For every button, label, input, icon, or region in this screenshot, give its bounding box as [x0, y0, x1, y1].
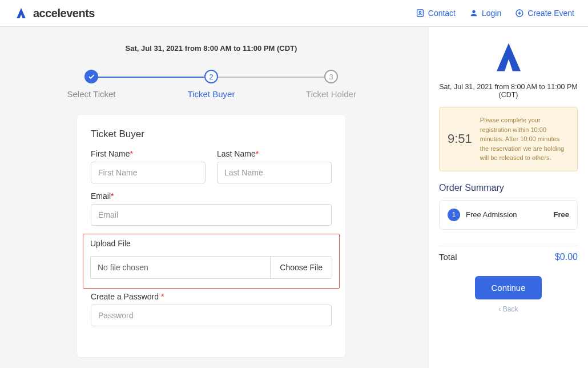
step-select-ticket[interactable]: Select Ticket: [57, 70, 126, 99]
check-icon: [84, 70, 98, 83]
ticket-buyer-form: Ticket Buyer First Name* Last Name* Emai…: [77, 115, 345, 357]
step-label: Ticket Buyer: [188, 89, 235, 99]
reservation-text: Please complete your registration within…: [480, 115, 569, 163]
top-bar: accelevents Contact Login Create Event: [0, 0, 588, 27]
person-icon: [469, 9, 478, 18]
create-event-label: Create Event: [527, 9, 574, 18]
logo[interactable]: accelevents: [14, 6, 95, 21]
step-label: Select Ticket: [67, 89, 115, 99]
email-label: Email*: [91, 191, 332, 201]
order-item: 1 Free Admission Free: [439, 200, 578, 230]
login-link[interactable]: Login: [469, 9, 501, 18]
file-input-row: No file chosen Choose File: [90, 256, 332, 279]
item-name: Free Admission: [466, 210, 548, 219]
total-value: $0.00: [555, 252, 578, 262]
first-name-input[interactable]: [91, 162, 206, 183]
upload-label: Upload File: [90, 239, 131, 248]
sidebar: Sat, Jul 31, 2021 from 8:00 AM to 11:00 …: [428, 27, 588, 368]
order-summary-title: Order Summary: [439, 183, 578, 193]
qty-badge: 1: [448, 209, 460, 221]
stepper: Select Ticket 2 Ticket Buyer 3 Ticket Ho…: [57, 70, 365, 99]
continue-button[interactable]: Continue: [475, 276, 541, 299]
login-label: Login: [482, 9, 501, 18]
left-column: Sat, Jul 31, 2021 from 8:00 AM to 11:00 …: [0, 27, 428, 368]
step-number: 3: [324, 70, 338, 83]
main-content: Sat, Jul 31, 2021 from 8:00 AM to 11:00 …: [0, 27, 588, 368]
plus-circle-icon: [515, 9, 524, 18]
email-input[interactable]: [91, 204, 332, 226]
logo-icon: [14, 6, 29, 21]
last-name-label: Last Name*: [217, 149, 332, 158]
back-link[interactable]: ‹ Back: [439, 305, 578, 313]
first-name-label: First Name*: [91, 149, 206, 158]
file-placeholder: No file chosen: [91, 257, 270, 278]
countdown-timer: 9:51: [448, 131, 472, 146]
create-event-link[interactable]: Create Event: [515, 9, 574, 18]
total-row: Total $0.00: [439, 246, 578, 262]
contact-label: Contact: [428, 9, 456, 18]
step-ticket-holder[interactable]: 3 Ticket Holder: [297, 70, 365, 99]
chevron-left-icon: ‹: [498, 305, 501, 313]
form-title: Ticket Buyer: [91, 129, 332, 140]
step-label: Ticket Holder: [306, 89, 356, 99]
svg-point-2: [472, 10, 475, 13]
password-input[interactable]: [91, 305, 332, 326]
svg-point-1: [419, 11, 421, 13]
choose-file-button[interactable]: Choose File: [270, 257, 332, 278]
last-name-input[interactable]: [217, 162, 332, 183]
step-number: 2: [204, 70, 218, 83]
sidebar-date: Sat, Jul 31, 2021 from 8:00 AM to 11:00 …: [439, 83, 578, 99]
step-ticket-buyer[interactable]: 2 Ticket Buyer: [177, 70, 245, 99]
event-date: Sat, Jul 31, 2021 from 8:00 AM to 11:00 …: [126, 44, 297, 53]
event-logo-icon: [489, 37, 529, 77]
logo-text: accelevents: [33, 7, 95, 20]
contact-link[interactable]: Contact: [416, 9, 456, 18]
nav-right: Contact Login Create Event: [416, 9, 574, 18]
password-label: Create a Password *: [91, 292, 332, 301]
contact-icon: [416, 9, 425, 18]
total-label: Total: [439, 252, 457, 262]
upload-highlight: Upload File No file chosen Choose File: [83, 234, 340, 289]
item-price: Free: [554, 210, 569, 219]
reservation-box: 9:51 Please complete your registration w…: [439, 107, 578, 171]
